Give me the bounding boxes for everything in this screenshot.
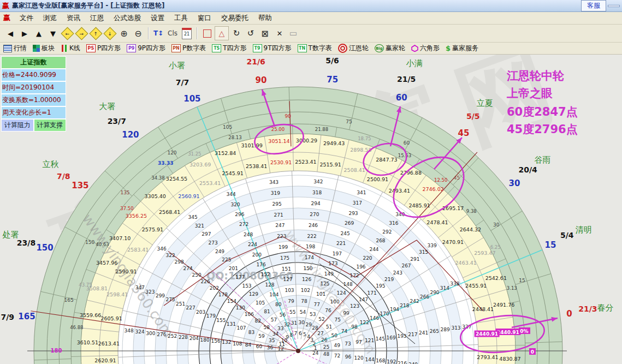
svg-text:273: 273: [209, 240, 218, 246]
svg-text:318: 318: [312, 190, 322, 195]
view-tab-六角形[interactable]: 六角形: [410, 43, 441, 53]
gann-wheel-chart[interactable]: 赢家财富网www.yingjia360.comwww.yingjia360.co…: [0, 55, 622, 364]
view-tab-T数字表[interactable]: TNT数字表: [297, 43, 333, 53]
svg-text:96: 96: [345, 354, 352, 360]
menu-item-4[interactable]: 公式选股: [109, 13, 146, 24]
diamond-left-icon[interactable]: ←: [61, 27, 74, 40]
diamond-up-icon[interactable]: ↑: [89, 27, 102, 40]
svg-text:2523.41: 2523.41: [295, 159, 316, 165]
svg-text:122: 122: [360, 320, 369, 325]
svg-text:82: 82: [255, 318, 261, 324]
svg-text:2949.43: 2949.43: [323, 140, 345, 146]
back-icon[interactable]: ◀: [4, 27, 17, 40]
svg-text:135: 135: [72, 181, 88, 190]
forward-icon[interactable]: ▶: [18, 27, 31, 40]
menu-item-0[interactable]: 文件: [15, 13, 38, 24]
svg-text:130: 130: [236, 305, 245, 311]
svg-text:3559.66: 3559.66: [80, 312, 101, 318]
svg-text:28: 28: [312, 325, 318, 331]
customer-service-button[interactable]: 客服: [581, 0, 606, 11]
svg-text:5/5: 5/5: [466, 112, 480, 121]
view-tab-P数字表[interactable]: PNP数字表: [170, 43, 207, 53]
zoom-in-icon[interactable]: ⊕: [117, 27, 131, 40]
svg-text:谷雨: 谷雨: [535, 155, 551, 165]
svg-text:23/8: 23/8: [17, 238, 35, 247]
calendar-21-icon[interactable]: 21: [180, 27, 193, 40]
svg-text:2793.41: 2793.41: [477, 354, 498, 360]
svg-text:165: 165: [64, 297, 74, 303]
svg-text:156: 156: [211, 338, 221, 344]
menu-item-3[interactable]: 江恩: [85, 13, 109, 24]
view-tab-P四方形[interactable]: PSP四方形: [85, 43, 122, 53]
xbox-tool-icon[interactable]: ⊠: [258, 27, 271, 40]
svg-text:339: 339: [428, 243, 437, 248]
svg-text:48: 48: [323, 351, 330, 357]
svg-text:169: 169: [387, 335, 396, 341]
view-tab-label: 9P四方形: [138, 44, 165, 53]
diamond-down-icon[interactable]: ↓: [103, 27, 116, 40]
svg-text:219: 219: [384, 277, 394, 282]
svg-text:154: 154: [227, 299, 236, 304]
svg-text:319: 319: [271, 190, 280, 196]
svg-text:270: 270: [310, 212, 319, 217]
view-tab-T四方形[interactable]: TST四方形: [211, 43, 247, 53]
menu-item-5[interactable]: 设置: [146, 13, 169, 24]
menu-item-1[interactable]: 浏览: [38, 13, 62, 24]
svg-text:248: 248: [244, 232, 253, 237]
cursor-down-icon[interactable]: ▼: [46, 27, 60, 40]
t-updown-icon[interactable]: T↕: [152, 27, 165, 40]
menu-item-2[interactable]: 资讯: [62, 13, 85, 24]
svg-text:294: 294: [311, 201, 321, 206]
view-tab-行情[interactable]: 行情: [2, 43, 28, 53]
partial-button[interactable]: [608, 5, 620, 7]
zoom-out-icon[interactable]: ⊖: [132, 27, 145, 40]
svg-text:立秋: 立秋: [42, 159, 58, 169]
svg-text:4: 4: [307, 334, 310, 339]
view-tab-赢家轮[interactable]: Big赢家轮: [374, 43, 406, 53]
calc-resistance-button[interactable]: 计算阻力: [1, 119, 34, 132]
title-bar: 赢 赢家江恩专业版[赢家服务平台] - [上证指数 江恩轮] 客服: [0, 0, 622, 12]
svg-text:3101.99: 3101.99: [241, 142, 262, 148]
svg-text:271: 271: [274, 212, 283, 218]
svg-text:345: 345: [188, 214, 198, 220]
square-tool-icon[interactable]: [200, 27, 214, 40]
view-tab-9T四方形[interactable]: T99T四方形: [252, 43, 293, 53]
svg-text:25.00: 25.00: [271, 127, 285, 132]
view-tab-9P四方形[interactable]: P99P四方形: [126, 43, 167, 53]
diamond-right-icon[interactable]: →: [75, 27, 88, 40]
svg-text:201: 201: [229, 266, 238, 271]
svg-text:5: 5: [303, 332, 306, 337]
svg-text:21.88: 21.88: [315, 127, 328, 132]
view-tab-江恩轮[interactable]: 江恩轮: [337, 43, 370, 53]
svg-text:315: 315: [419, 249, 428, 255]
menu-item-6[interactable]: 工具: [169, 13, 193, 24]
cursor-up-icon[interactable]: ▲: [32, 27, 45, 40]
rotate-ccw-icon[interactable]: ↺: [244, 27, 257, 40]
svg-text:127: 127: [283, 277, 293, 282]
triangle-tool-icon[interactable]: △: [215, 26, 229, 40]
move-tool-icon[interactable]: ✕: [273, 27, 286, 40]
calc-support-button[interactable]: 计算支撑: [34, 119, 67, 132]
rotate-cw-icon[interactable]: ↻: [230, 27, 243, 40]
svg-text:2545.91: 2545.91: [222, 170, 244, 176]
menu-item-8[interactable]: 交易委托: [216, 13, 253, 24]
svg-text:小满: 小满: [406, 58, 423, 68]
svg-text:45度2796点: 45度2796点: [507, 123, 578, 136]
cls-icon[interactable]: Cls: [166, 27, 179, 40]
svg-text:处署: 处署: [2, 230, 19, 240]
svg-text:175: 175: [280, 255, 289, 261]
svg-text:2620.91: 2620.91: [94, 357, 116, 363]
gann-wheel-svg[interactable]: 赢家财富网www.yingjia360.comwww.yingjia360.co…: [0, 55, 622, 364]
menu-item-7[interactable]: 窗口: [193, 13, 216, 24]
quote-panel-title: 上证指数: [1, 56, 66, 69]
svg-text:2583.41: 2583.41: [127, 247, 149, 253]
svg-text:45: 45: [454, 175, 460, 181]
svg-text:58: 58: [264, 325, 270, 330]
view-tab-K线[interactable]: K线: [60, 43, 81, 53]
view-tab-板块[interactable]: 板块: [32, 43, 56, 53]
menu-item-9[interactable]: 帮助: [253, 13, 277, 24]
svg-text:152: 152: [261, 272, 270, 277]
view-tab-赢家服务[interactable]: $赢家服务: [445, 43, 479, 53]
board-tool-icon[interactable]: ▭: [287, 27, 300, 40]
svg-text:292: 292: [382, 229, 392, 235]
